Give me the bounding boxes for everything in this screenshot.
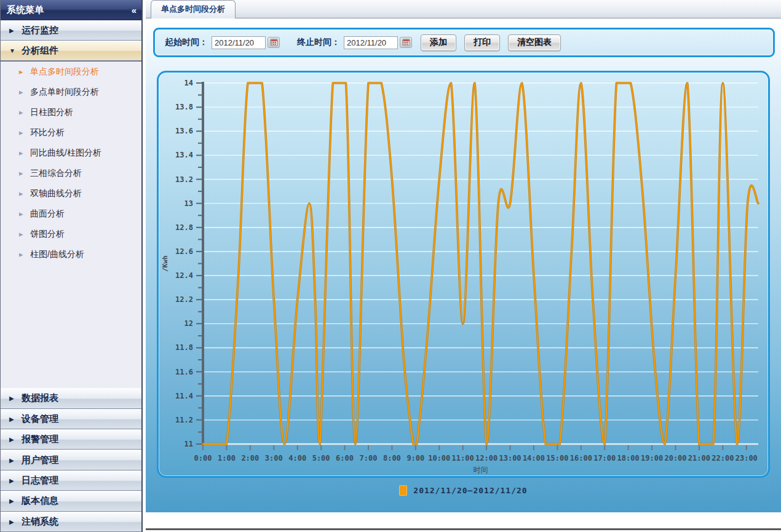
svg-text:19:00: 19:00 (641, 454, 663, 463)
svg-text:12: 12 (184, 319, 193, 328)
svg-text:9:00: 9:00 (406, 454, 424, 463)
calendar-icon[interactable] (268, 37, 280, 48)
chevron-right-icon: ▸ (19, 209, 25, 218)
triangle-right-icon: ▶ (9, 27, 15, 34)
tabstrip: 单点多时间段分析 (146, 0, 781, 18)
system-menu-sidebar: 系统菜单 « ▶ 运行监控 ▼ 分析组件 ▸ 单点多时间段分析 ▸ 多点单时间段… (1, 0, 143, 532)
sidebar-item-version-info[interactable]: ▶ 版本信息 (1, 491, 141, 511)
sidebar-item-bar-curve-analysis[interactable]: ▸ 柱图/曲线分析 (1, 244, 141, 264)
svg-text:13:00: 13:00 (499, 454, 521, 463)
sidebar-group-label: 注销系统 (22, 516, 58, 528)
triangle-down-icon: ▼ (9, 47, 15, 54)
svg-text:14: 14 (184, 79, 193, 87)
svg-text:20:00: 20:00 (664, 454, 686, 463)
svg-text:12.8: 12.8 (175, 223, 193, 232)
chevron-right-icon: ▸ (19, 128, 25, 137)
sidebar-item-user-management[interactable]: ▶ 用户管理 (1, 450, 141, 470)
legend-swatch (399, 485, 407, 496)
sidebar-item-alarm-management[interactable]: ▶ 报警管理 (1, 429, 141, 450)
svg-text:/Kwh: /Kwh (161, 255, 169, 272)
svg-text:12.6: 12.6 (175, 247, 193, 256)
sidebar-item-yoy-curve-bar-analysis[interactable]: ▸ 同比曲线/柱图分析 (1, 143, 141, 163)
svg-text:18:00: 18:00 (617, 454, 640, 463)
sidebar-item-operation-monitoring[interactable]: ▶ 运行监控 (1, 20, 141, 41)
clear-chart-button[interactable]: 清空图表 (508, 34, 561, 51)
svg-text:1:00: 1:00 (218, 454, 236, 463)
content-surface: 起始时间： 终止时间： (146, 18, 781, 512)
sidebar-subitem-label: 饼图分析 (30, 229, 65, 240)
sidebar-item-daily-bar-analysis[interactable]: ▸ 日柱图分析 (1, 102, 141, 122)
svg-text:23:00: 23:00 (735, 454, 758, 463)
svg-text:22:00: 22:00 (712, 454, 734, 463)
app-window: 系统菜单 « ▶ 运行监控 ▼ 分析组件 ▸ 单点多时间段分析 ▸ 多点单时间段… (0, 0, 781, 532)
svg-text:21:00: 21:00 (688, 454, 710, 463)
sidebar-item-single-point-multi-period-analysis[interactable]: ▸ 单点多时间段分析 (1, 62, 141, 82)
legend-label: 2012/11/20—2012/11/20 (413, 486, 527, 495)
sidebar-title: 系统菜单 (7, 4, 44, 16)
sidebar-group-label: 分析组件 (22, 45, 58, 57)
sidebar-subitem-label: 多点单时间段分析 (30, 87, 99, 98)
sidebar-subitem-label: 日柱图分析 (30, 107, 73, 118)
sidebar-item-log-management[interactable]: ▶ 日志管理 (1, 470, 141, 491)
tab-single-point-multi-period-analysis[interactable]: 单点多时间段分析 (151, 0, 236, 18)
sidebar-item-pie-analysis[interactable]: ▸ 饼图分析 (1, 224, 141, 244)
chart-panel: 1111.211.411.611.81212.212.412.612.81313… (157, 71, 770, 478)
sidebar-item-surface-analysis[interactable]: ▸ 曲面分析 (1, 204, 141, 224)
sidebar-item-data-reports[interactable]: ▶ 数据报表 (1, 388, 141, 408)
sidebar-bottom-groups: ▶ 数据报表 ▶ 设备管理 ▶ 报警管理 ▶ 用户管理 ▶ 日志管理 ▶ 版本信… (1, 388, 141, 532)
sidebar-item-device-management[interactable]: ▶ 设备管理 (1, 409, 141, 429)
chevron-right-icon: ▸ (19, 169, 25, 178)
chevron-right-icon: ▸ (19, 250, 25, 259)
sidebar-subitem-label: 单点多时间段分析 (30, 66, 99, 77)
svg-text:7:00: 7:00 (360, 454, 378, 463)
triangle-right-icon: ▶ (9, 436, 15, 443)
sidebar-group-label: 数据报表 (22, 392, 58, 404)
chevron-right-icon: ▸ (19, 87, 25, 97)
print-button[interactable]: 打印 (464, 34, 500, 51)
sidebar-item-three-phase-analysis[interactable]: ▸ 三相综合分析 (1, 163, 141, 183)
triangle-right-icon: ▶ (9, 498, 15, 504)
triangle-right-icon: ▶ (9, 416, 15, 423)
sidebar-item-logout-system[interactable]: ▶ 注销系统 (1, 512, 141, 532)
triangle-right-icon: ▶ (9, 518, 15, 525)
start-time-label: 起始时间： (165, 37, 208, 48)
chevron-right-icon: ▸ (19, 148, 25, 157)
sidebar-collapse-button[interactable]: « (132, 5, 135, 15)
sidebar-subitem-label: 柱图/曲线分析 (30, 249, 84, 260)
add-button[interactable]: 添加 (421, 34, 456, 51)
svg-text:13: 13 (184, 199, 193, 208)
sidebar-item-dual-axis-curve-analysis[interactable]: ▸ 双轴曲线分析 (1, 183, 141, 204)
start-date-input[interactable] (212, 36, 266, 49)
sidebar-item-multi-point-single-period-analysis[interactable]: ▸ 多点单时间段分析 (1, 82, 141, 102)
triangle-right-icon: ▶ (9, 457, 15, 464)
sidebar-subitem-label: 同比曲线/柱图分析 (30, 148, 101, 159)
sidebar-group-label: 用户管理 (22, 455, 58, 466)
triangle-right-icon: ▶ (9, 395, 15, 402)
analysis-submenu: ▸ 单点多时间段分析 ▸ 多点单时间段分析 ▸ 日柱图分析 ▸ 环比分析 ▸ 同… (1, 61, 141, 388)
analysis-line-chart: 1111.211.411.611.81212.212.412.612.81313… (159, 73, 768, 475)
calendar-icon[interactable] (400, 37, 412, 48)
svg-text:16:00: 16:00 (570, 454, 592, 463)
svg-text:10:00: 10:00 (428, 454, 450, 463)
window-bottom-edge (146, 512, 781, 530)
sidebar-subitem-label: 三相综合分析 (30, 168, 82, 179)
svg-text:11: 11 (184, 440, 193, 448)
svg-text:时间: 时间 (474, 466, 488, 474)
svg-text:17:00: 17:00 (593, 454, 616, 463)
svg-text:13.8: 13.8 (175, 103, 193, 111)
sidebar-subitem-label: 双轴曲线分析 (30, 188, 82, 199)
end-date-input[interactable] (344, 36, 398, 49)
svg-text:13.6: 13.6 (175, 127, 193, 135)
svg-text:15:00: 15:00 (546, 454, 568, 463)
svg-text:2:00: 2:00 (241, 454, 259, 463)
sidebar-item-chain-ratio-analysis[interactable]: ▸ 环比分析 (1, 122, 141, 143)
svg-text:12.2: 12.2 (175, 295, 193, 304)
sidebar-subitem-label: 环比分析 (30, 127, 65, 138)
sidebar-item-analysis-components[interactable]: ▼ 分析组件 (1, 41, 141, 61)
svg-text:11.8: 11.8 (175, 343, 193, 352)
sidebar-group-label: 日志管理 (22, 475, 58, 486)
svg-text:11.4: 11.4 (175, 392, 193, 400)
chevron-right-icon: ▸ (19, 67, 25, 76)
svg-text:13.2: 13.2 (175, 175, 193, 184)
chevron-right-icon: ▸ (19, 108, 25, 117)
